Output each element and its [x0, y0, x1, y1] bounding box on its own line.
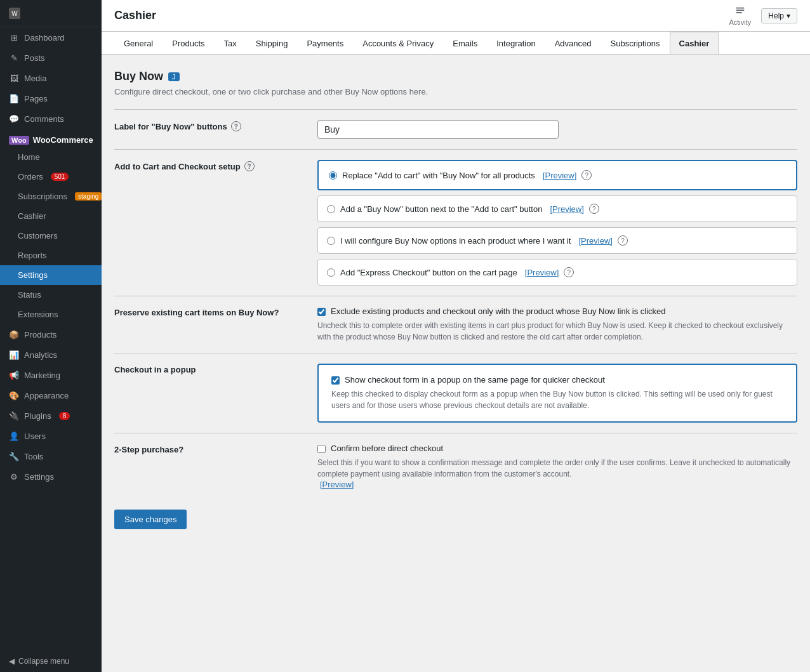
tab-tax[interactable]: Tax — [215, 32, 246, 55]
orders-badge: 501 — [51, 173, 69, 181]
sidebar-item-tools[interactable]: 🔧 Tools — [0, 446, 102, 466]
label-help-icon[interactable]: ? — [231, 121, 241, 131]
section-description: Configure direct checkout, one or two cl… — [114, 87, 797, 96]
tab-emails[interactable]: Emails — [443, 32, 487, 55]
cashier-label: Cashier — [18, 211, 46, 221]
radio-option-express[interactable]: Add "Express Checkout" button on the car… — [317, 259, 797, 286]
sidebar-item-posts[interactable]: ✎ Posts — [0, 48, 102, 68]
popup-checkbox-row: Show checkout form in a popup on the sam… — [331, 375, 783, 385]
customers-label: Customers — [18, 231, 58, 240]
sidebar-item-products[interactable]: 📦 Products — [0, 324, 102, 345]
sidebar-item-settings2[interactable]: ⚙ Settings — [0, 466, 102, 487]
sidebar-item-home[interactable]: Home — [0, 147, 102, 167]
tab-subscriptions[interactable]: Subscriptions — [601, 32, 670, 55]
sidebar-section-woocommerce[interactable]: Woo WooCommerce — [0, 129, 102, 147]
users-label: Users — [24, 432, 46, 441]
radio-express-help[interactable]: ? — [564, 267, 574, 277]
radio-option-add-next[interactable]: Add a "Buy Now" button next to the "Add … — [317, 195, 797, 222]
sidebar-item-analytics[interactable]: 📊 Analytics — [0, 345, 102, 365]
sidebar-item-appearance[interactable]: 🎨 Appearance — [0, 385, 102, 405]
activity-button[interactable]: Activity — [729, 6, 751, 26]
tab-advanced[interactable]: Advanced — [545, 32, 601, 55]
status-label: Status — [18, 290, 41, 300]
sidebar-item-dashboard[interactable]: ⊞ Dashboard — [0, 27, 102, 48]
sidebar-item-subscriptions[interactable]: Subscriptions staging — [0, 187, 102, 206]
save-changes-button[interactable]: Save changes — [114, 510, 187, 529]
radio-configure-preview[interactable]: [Preview] — [578, 236, 612, 246]
preserve-checkbox-row: Exclude existing products and checkout o… — [317, 306, 797, 316]
sidebar-item-orders[interactable]: Orders 501 — [0, 167, 102, 187]
radio-replace-preview[interactable]: [Preview] — [543, 171, 576, 180]
products-icon: 📦 — [9, 329, 19, 339]
checkout-setup-help-icon[interactable]: ? — [244, 161, 255, 171]
woocommerce-label: WooCommerce — [33, 135, 93, 145]
settings2-label: Settings — [24, 472, 54, 482]
radio-option-configure[interactable]: I will configure Buy Now options in each… — [317, 227, 797, 254]
collapse-menu[interactable]: ◀ Collapse menu — [0, 650, 102, 672]
radio-express-preview[interactable]: [Preview] — [525, 268, 559, 277]
two-step-checkbox[interactable] — [317, 445, 326, 453]
sidebar-item-users[interactable]: 👤 Users — [0, 426, 102, 446]
sidebar-item-pages[interactable]: 📄 Pages — [0, 88, 102, 109]
radio-replace-input[interactable] — [329, 171, 337, 180]
radio-replace-help[interactable]: ? — [581, 170, 592, 180]
preserve-cart-control: Exclude existing products and checkout o… — [317, 306, 797, 343]
main-content: Cashier Activity Help ▾ General Products… — [102, 0, 810, 672]
collapse-icon: ◀ — [9, 657, 15, 666]
tab-accounts-privacy[interactable]: Accounts & Privacy — [353, 32, 443, 55]
preserve-desc: Uncheck this to complete order with exis… — [317, 320, 797, 343]
sidebar-item-settings[interactable]: Settings — [0, 265, 102, 285]
sidebar-item-status[interactable]: Status — [0, 285, 102, 305]
sidebar-item-label: Pages — [24, 94, 48, 103]
radio-add-next-help[interactable]: ? — [589, 204, 599, 214]
two-step-preview[interactable]: [Preview] — [320, 480, 354, 489]
tab-shipping[interactable]: Shipping — [246, 32, 298, 55]
radio-configure-help[interactable]: ? — [618, 235, 628, 246]
radio-configure-input[interactable] — [327, 237, 335, 245]
sidebar-item-extensions[interactable]: Extensions — [0, 305, 102, 324]
products-label: Products — [24, 330, 56, 339]
radio-express-input[interactable] — [327, 268, 335, 277]
popup-checkout-control: Show checkout form in a popup on the sam… — [317, 364, 797, 423]
sidebar-item-plugins[interactable]: 🔌 Plugins 8 — [0, 405, 102, 426]
tab-general[interactable]: General — [114, 32, 163, 55]
tab-products[interactable]: Products — [163, 32, 214, 55]
sidebar-item-customers[interactable]: Customers — [0, 226, 102, 246]
sidebar-item-marketing[interactable]: 📢 Marketing — [0, 365, 102, 385]
settings-label: Settings — [18, 270, 48, 280]
help-button[interactable]: Help ▾ — [761, 8, 797, 23]
checkout-setup-label: Add to Cart and Checkout setup ? — [114, 160, 317, 171]
tab-payments[interactable]: Payments — [297, 32, 353, 55]
buy-now-label-input[interactable] — [317, 120, 559, 139]
activity-icon — [734, 6, 746, 17]
preserve-checkbox[interactable] — [317, 308, 326, 316]
sidebar-item-media[interactable]: 🖼 Media — [0, 68, 102, 88]
radio-option-replace[interactable]: Replace "Add to cart" with "Buy Now" for… — [329, 170, 786, 180]
users-icon: 👤 — [9, 431, 19, 441]
popup-checkout-row: Checkout in a popup Show checkout form i… — [114, 353, 797, 433]
comments-icon: 💬 — [9, 114, 19, 124]
radio-option-express-wrapper: Add "Express Checkout" button on the car… — [317, 259, 797, 286]
sidebar-item-cashier[interactable]: Cashier — [0, 206, 102, 226]
two-step-checkbox-label: Confirm before direct checkout — [331, 444, 443, 453]
two-step-checkbox-row: Confirm before direct checkout — [317, 444, 797, 453]
section-title: Buy Now — [114, 70, 163, 83]
section-title-row: Buy Now J — [114, 70, 797, 83]
tab-cashier[interactable]: Cashier — [670, 32, 719, 55]
radio-add-next-preview[interactable]: [Preview] — [550, 204, 583, 214]
page-title: Cashier — [114, 9, 156, 22]
radio-option-add-next-wrapper: Add a "Buy Now" button next to the "Add … — [317, 195, 797, 222]
dashboard-icon: ⊞ — [9, 32, 19, 43]
label-buy-now-control — [317, 120, 797, 139]
tab-integration[interactable]: Integration — [487, 32, 545, 55]
marketing-label: Marketing — [24, 371, 60, 380]
popup-checkbox[interactable] — [331, 376, 340, 385]
checkout-radio-group: Replace "Add to cart" with "Buy Now" for… — [317, 160, 797, 286]
sidebar-item-label: Dashboard — [24, 33, 65, 43]
sidebar-item-comments[interactable]: 💬 Comments — [0, 109, 102, 129]
sidebar: W ⊞ Dashboard ✎ Posts 🖼 Media 📄 Pages 💬 … — [0, 0, 102, 672]
marketing-icon: 📢 — [9, 370, 19, 380]
sidebar-item-reports[interactable]: Reports — [0, 246, 102, 265]
radio-add-next-input[interactable] — [327, 205, 335, 213]
preserve-cart-label: Preserve existing cart items on Buy Now? — [114, 306, 317, 317]
